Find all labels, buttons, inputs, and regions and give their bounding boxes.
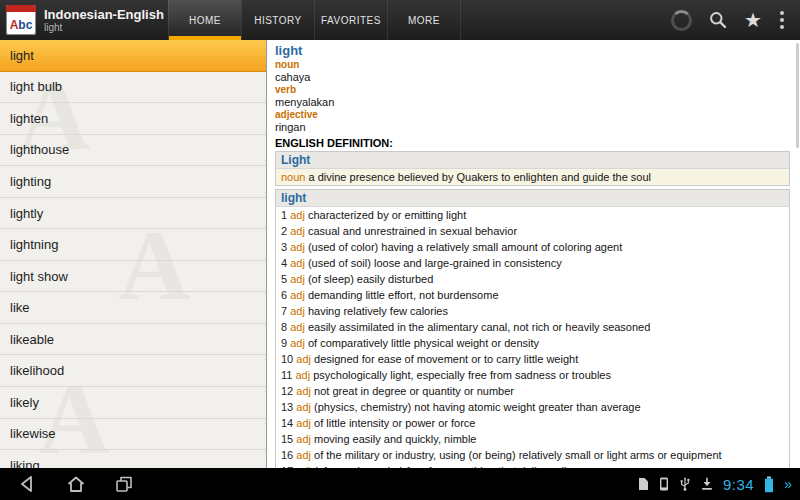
- part-of-speech-label: verb: [275, 84, 790, 96]
- definition-pane: light noun cahaya verb menyalakan adject…: [267, 40, 800, 468]
- scrollbar-thumb[interactable]: [796, 43, 799, 148]
- title-block: Indonesian-English light: [44, 0, 168, 40]
- translation: verb menyalakan: [275, 84, 790, 109]
- entry-text: of the military or industry, using (or b…: [314, 449, 722, 461]
- tab-label: FAVORITES: [321, 15, 381, 26]
- app-icon-letter-red: A: [10, 15, 19, 35]
- clock: 9:34: [723, 476, 754, 493]
- definition-entry: 14 adj of little intensity or power or f…: [276, 415, 789, 431]
- storage-icon: [638, 477, 649, 491]
- search-icon[interactable]: [708, 10, 728, 30]
- definition-entry: 11 adj psychologically light, especially…: [276, 367, 789, 383]
- entry-number: 9: [281, 337, 287, 349]
- word-label: liking: [10, 458, 40, 468]
- word-list-item[interactable]: likelihood: [0, 355, 266, 387]
- word-list-item[interactable]: light: [0, 40, 266, 72]
- tab-favorites[interactable]: FAVORITES: [314, 0, 387, 40]
- word-list-item[interactable]: likewise: [0, 419, 266, 451]
- tab-home[interactable]: HOME: [168, 0, 241, 40]
- action-bar: Abc Indonesian-English light HOMEHISTORY…: [0, 0, 800, 40]
- part-of-speech-label: noun: [275, 59, 790, 71]
- word-list-item[interactable]: like: [0, 292, 266, 324]
- definition-entry: 13 adj (physics, chemistry) not having a…: [276, 399, 789, 415]
- entry-pos: adj: [296, 353, 311, 365]
- sync-icon[interactable]: [671, 10, 692, 31]
- definition-entry: 9 adj of comparatively little physical w…: [276, 335, 789, 351]
- sync-ring: [671, 10, 692, 31]
- word-label: light show: [10, 269, 68, 284]
- headword: light: [275, 43, 790, 59]
- system-bar: 9:34 »: [0, 468, 800, 500]
- app-subtitle: light: [44, 22, 168, 34]
- entry-number: 12: [281, 385, 293, 397]
- status-tray[interactable]: 9:34 »: [638, 476, 800, 493]
- entry-pos: adj: [296, 401, 311, 413]
- definition-entry: 3 adj (used of color) having a relativel…: [276, 239, 789, 255]
- definition-entry: 12 adj not great in degree or quantity o…: [276, 383, 789, 399]
- entry-text: easily assimilated in the alimentary can…: [308, 321, 650, 333]
- phone-icon: [659, 477, 669, 491]
- word-list-item[interactable]: lighting: [0, 166, 266, 198]
- app-icon[interactable]: Abc: [6, 5, 36, 35]
- word-list-item[interactable]: lightly: [0, 198, 266, 230]
- entry-pos: adj: [290, 273, 305, 285]
- entry-pos: adj: [296, 385, 311, 397]
- tab-history[interactable]: HISTORY: [241, 0, 314, 40]
- definition-entry: 8 adj easily assimilated in the alimenta…: [276, 319, 789, 335]
- english-definition-label: ENGLISH DEFINITION:: [275, 136, 790, 150]
- word-list-item[interactable]: liking: [0, 450, 266, 468]
- entry-text: psychologically light, especially free f…: [313, 369, 611, 381]
- entry-pos: adj: [290, 305, 305, 317]
- definition-entry: 6 adj demanding little effort, not burde…: [276, 287, 789, 303]
- entry-number: 15: [281, 433, 293, 445]
- tab-more[interactable]: MORE: [387, 0, 461, 40]
- entry-pos: adj: [290, 209, 305, 221]
- entry-number: 14: [281, 417, 293, 429]
- word-list-item[interactable]: likeable: [0, 324, 266, 356]
- word-label: lighthouse: [10, 142, 69, 157]
- translation-value: cahaya: [275, 71, 790, 84]
- word-label: likeable: [10, 332, 54, 347]
- entry-pos: adj: [290, 289, 305, 301]
- word-list-item[interactable]: lightning: [0, 229, 266, 261]
- back-icon[interactable]: [16, 472, 40, 496]
- entry-pos: adj: [296, 465, 311, 468]
- entry-number: 17: [281, 465, 293, 468]
- definition-entry: 10 adj designed for ease of movement or …: [276, 351, 789, 367]
- battery-icon: [764, 476, 774, 493]
- entry-number: 13: [281, 401, 293, 413]
- definition-section-header: Light: [276, 152, 789, 169]
- usb-icon: [679, 477, 691, 491]
- entry-text: of little intensity or power or force: [314, 417, 475, 429]
- word-label: lightning: [10, 237, 58, 252]
- definition-section-entries: 1 adj characterized by or emitting light…: [276, 207, 789, 468]
- entry-number: 4: [281, 257, 287, 269]
- definition-entry: 1 adj characterized by or emitting light: [276, 207, 789, 223]
- word-list-item[interactable]: light show: [0, 261, 266, 293]
- definition-sections: Light noun a divine presence believed by…: [275, 151, 790, 468]
- entry-pos: noun: [281, 171, 305, 183]
- definition-entry: noun a divine presence believed by Quake…: [276, 169, 789, 185]
- entry-pos: adj: [296, 449, 311, 461]
- entry-text: a divine presence believed by Quakers to…: [309, 171, 651, 183]
- entry-text: characterized by or emitting light: [308, 209, 466, 221]
- word-label: likelihood: [10, 363, 64, 378]
- main-body: AAA lightlight bulblightenlighthouseligh…: [0, 40, 800, 468]
- tab-label: HISTORY: [254, 15, 302, 26]
- overflow-menu-icon[interactable]: [778, 9, 786, 31]
- definition-section: light 1 adj characterized by or emitting…: [275, 189, 790, 468]
- word-list-item[interactable]: lighten: [0, 103, 266, 135]
- word-list-item[interactable]: lighthouse: [0, 135, 266, 167]
- star-icon[interactable]: ★: [744, 10, 762, 30]
- word-list-item[interactable]: likely: [0, 387, 266, 419]
- translation: adjective ringan: [275, 109, 790, 134]
- home-icon[interactable]: [64, 472, 88, 496]
- word-label: lighten: [10, 111, 48, 126]
- entry-text: not great in degree or quantity or numbe…: [314, 385, 514, 397]
- magnifier-glyph: [708, 10, 728, 30]
- entry-number: 1: [281, 209, 287, 221]
- entry-text: (of sound or color) free from anything t…: [314, 465, 581, 468]
- app-title: Indonesian-English: [44, 7, 168, 22]
- recents-icon[interactable]: [112, 472, 136, 496]
- word-list-item[interactable]: light bulb: [0, 72, 266, 104]
